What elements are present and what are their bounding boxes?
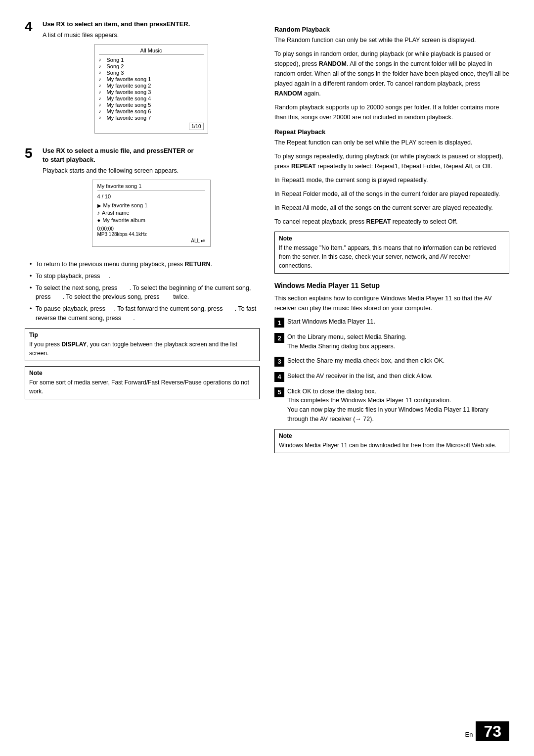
repeat-para-1: The Repeat function can only be set whil… (274, 138, 509, 147)
wmp-step-2-sub: The Media Sharing dialog box appears. (287, 343, 395, 350)
note-text-left: For some sort of media server, Fast Forw… (29, 378, 255, 396)
screen-row: ♪My favorite song 4 (99, 95, 204, 101)
step-4-number: 4 (25, 20, 39, 34)
bullet-stop: To stop playback, press . (30, 272, 260, 281)
step-5-number: 5 (25, 146, 39, 160)
note-text-repeat: If the message "No Item." appears, this … (279, 243, 505, 270)
en-label: En (465, 731, 473, 738)
playback-song-row: ▶ My favorite song 1 (97, 202, 205, 208)
wmp-step-1-num: 1 (274, 318, 284, 328)
playback-bullets: To return to the previous menu during pl… (25, 260, 260, 323)
repeat-playback-heading: Repeat Playback (274, 128, 509, 136)
wmp-step-3: 3 Select the Share my media check box, a… (274, 356, 509, 367)
repeat-para-2: To play songs repeatedly, during playbac… (274, 151, 509, 171)
wmp-step-5-text: Click OK to close the dialog box. This c… (287, 387, 509, 424)
screen-row: ♪My favorite song 3 (99, 89, 204, 95)
screen-row: ♪Song 1 (99, 57, 204, 63)
screen-row: ♪My favorite song 5 (99, 102, 204, 108)
repeat-para-4: In Repeat Folder mode, all of the songs … (274, 189, 509, 199)
repeat-para-3: In Repeat1 mode, the current song is pla… (274, 175, 509, 185)
wmp-step-2: 2 On the Library menu, select Media Shar… (274, 332, 509, 351)
step-4-block: 4 Use RX to select an item, and then pre… (25, 20, 260, 138)
wmp-step-4-text: Select the AV receiver in the list, and … (287, 372, 433, 381)
screen-row: ♪Song 2 (99, 63, 204, 69)
note-label-left: Note (29, 370, 255, 377)
random-playback-heading: Random Playback (274, 26, 509, 33)
note-label-wmp: Note (279, 432, 505, 439)
playback-artist-row: ♪ Artist name (97, 210, 205, 216)
screen-row: ♪My favorite song 2 (99, 83, 204, 89)
playback-info: 4 / 10 ▶ My favorite song 1 ♪ Artist nam… (97, 193, 205, 223)
playback-count: 4 / 10 (97, 193, 205, 199)
wmp-step-1-text: Start Windows Media Player 11. (287, 317, 375, 327)
tip-label: Tip (29, 331, 255, 338)
page-number: 73 (476, 721, 509, 741)
tip-text: If you press DISPLAY, you can toggle bet… (29, 340, 255, 358)
playback-album-row: ● My favorite album (97, 217, 205, 223)
wmp-step-5: 5 Click OK to close the dialog box. This… (274, 387, 509, 424)
note-box-wmp: Note Windows Media Player 11 can be down… (274, 429, 509, 453)
playback-footer: 0:00:00 MP3 128kbps 44.1kHz (97, 226, 205, 237)
playback-screen-title: My favorite song 1 (97, 183, 205, 190)
screen-row: ♪Song 3 (99, 70, 204, 76)
playback-mode-icons: ALL ⇄ (97, 238, 205, 243)
note-box-left: Note For some sort of media server, Fast… (25, 366, 260, 399)
playback-song: My favorite song 1 (103, 202, 148, 208)
wmp-step-2-text: On the Library menu, select Media Sharin… (287, 332, 406, 351)
right-column: Random Playback The Random function can … (274, 20, 509, 458)
wmp-setup-intro: This section explains how to configure W… (274, 293, 509, 313)
left-column: 4 Use RX to select an item, and then pre… (25, 20, 260, 458)
bullet-next: To select the next song, press . To sele… (30, 284, 260, 302)
playback-format: MP3 128kbps 44.1kHz (97, 232, 205, 237)
screen-row: ♪My favorite song 6 (99, 108, 204, 114)
wmp-step-5-num: 5 (274, 387, 284, 397)
wmp-step-3-num: 3 (274, 357, 284, 367)
bullet-pause: To pause playback, press . To fast forwa… (30, 304, 260, 323)
wmp-step-2-num: 2 (274, 333, 284, 343)
wmp-step-4: 4 Select the AV receiver in the list, an… (274, 372, 509, 382)
screen-row: ♪My favorite song 7 (99, 115, 204, 121)
note-text-wmp: Windows Media Player 11 can be downloade… (279, 441, 505, 450)
repeat-para-6: To cancel repeat playback, press REPEAT … (274, 217, 509, 227)
step-4-body: A list of music files appears. (43, 31, 260, 40)
wmp-step-4-num: 4 (274, 372, 284, 382)
playback-artist: Artist name (102, 210, 130, 216)
play-icon: ▶ (97, 203, 101, 208)
wmp-step-5-sub3: You can now play the music files in your… (287, 405, 509, 424)
all-music-screen: All Music ♪Song 1 ♪Song 2 ♪Song 3 ♪My fa… (94, 44, 208, 134)
artist-icon: ♪ (97, 210, 100, 216)
page-footer: En 73 (465, 721, 510, 741)
playback-time: 0:00:00 (97, 226, 205, 232)
wmp-step-5-sub2: This completes the Windows Media Player … (287, 396, 509, 405)
album-icon: ● (97, 217, 101, 223)
tip-box: Tip If you press DISPLAY, you can toggle… (25, 328, 260, 361)
step-4-title: Use RX to select an item, and then press… (43, 20, 260, 29)
note-box-repeat: Note If the message "No Item." appears, … (274, 232, 509, 274)
step-5-body: Playback starts and the following screen… (43, 166, 260, 176)
playback-screen: My favorite song 1 4 / 10 ▶ My favorite … (92, 180, 211, 247)
pagination: 1/10 (189, 123, 203, 130)
step-5-content: Use RX to select a music file, and press… (43, 146, 260, 251)
wmp-setup-heading: Windows Media Player 11 Setup (274, 282, 509, 289)
repeat-para-5: In Repeat All mode, all of the songs on … (274, 203, 509, 213)
random-para-1: The Random function can only be set whil… (274, 35, 509, 45)
screen-title: All Music (99, 47, 204, 55)
step-4-content: Use RX to select an item, and then press… (43, 20, 260, 138)
screen-row: ♪My favorite song 1 (99, 76, 204, 82)
wmp-step-1: 1 Start Windows Media Player 11. (274, 317, 509, 328)
random-para-3: Random playback supports up to 20000 son… (274, 102, 509, 122)
bullet-return: To return to the previous menu during pl… (30, 260, 260, 269)
playback-album: My favorite album (102, 217, 145, 223)
page-layout: 4 Use RX to select an item, and then pre… (25, 20, 509, 458)
random-para-2: To play songs in random order, during pl… (274, 49, 509, 98)
wmp-step-3-text: Select the Share my media check box, and… (287, 356, 445, 366)
step-5-title: Use RX to select a music file, and press… (43, 146, 260, 164)
step-5-block: 5 Use RX to select a music file, and pre… (25, 146, 260, 251)
note-label-repeat: Note (279, 235, 505, 242)
